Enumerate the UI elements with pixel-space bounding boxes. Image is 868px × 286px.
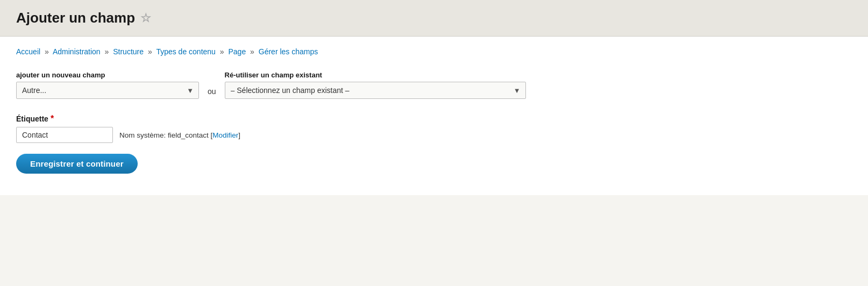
- breadcrumb-sep-1: »: [45, 47, 49, 56]
- breadcrumb-page[interactable]: Page: [228, 47, 246, 56]
- breadcrumb-sep-5: »: [250, 47, 254, 56]
- breadcrumb-sep-4: »: [220, 47, 224, 56]
- etiquette-row: Nom système: field_contact [Modifier]: [16, 127, 852, 143]
- required-star: *: [51, 114, 54, 124]
- system-name-prefix: Nom système: field_contact [: [119, 131, 212, 139]
- breadcrumb-sep-3: »: [148, 47, 152, 56]
- breadcrumb-structure[interactable]: Structure: [113, 47, 144, 56]
- breadcrumb-administration[interactable]: Administration: [53, 47, 101, 56]
- modifier-link[interactable]: Modifier: [212, 131, 238, 139]
- etiquette-label: Étiquette *: [16, 114, 852, 124]
- new-field-group: ajouter un nouveau champ Autre... ▼: [16, 71, 199, 99]
- reuse-field-label: Ré-utiliser un champ existant: [225, 71, 526, 79]
- new-field-select[interactable]: Autre...: [16, 82, 199, 99]
- reuse-field-select[interactable]: – Sélectionnez un champ existant –: [225, 82, 526, 99]
- system-name-suffix: ]: [238, 131, 240, 139]
- breadcrumb: Accueil » Administration » Structure » T…: [16, 47, 852, 56]
- breadcrumb-accueil[interactable]: Accueil: [16, 47, 40, 56]
- reuse-field-group: Ré-utiliser un champ existant – Sélectio…: [225, 71, 526, 99]
- breadcrumb-gerer-champs[interactable]: Gérer les champs: [259, 47, 318, 56]
- new-field-label: ajouter un nouveau champ: [16, 71, 199, 79]
- new-field-select-wrapper: Autre... ▼: [16, 82, 199, 99]
- breadcrumb-types-contenu[interactable]: Types de contenu: [156, 47, 216, 56]
- etiquette-label-text: Étiquette: [16, 115, 48, 123]
- save-continue-button[interactable]: Enregistrer et continuer: [16, 154, 138, 174]
- breadcrumb-sep-2: »: [105, 47, 109, 56]
- reuse-field-select-wrapper: – Sélectionnez un champ existant – ▼: [225, 82, 526, 99]
- system-name-text: Nom système: field_contact [Modifier]: [119, 131, 240, 139]
- page-title-text: Ajouter un champ: [16, 10, 135, 26]
- favorite-star-icon[interactable]: ☆: [140, 11, 151, 25]
- field-type-section: ajouter un nouveau champ Autre... ▼ ou R…: [16, 71, 852, 99]
- page-title: Ajouter un champ ☆: [16, 10, 852, 26]
- etiquette-input[interactable]: [16, 127, 113, 143]
- ou-separator: ou: [208, 71, 216, 96]
- etiquette-group: Étiquette * Nom système: field_contact […: [16, 114, 852, 143]
